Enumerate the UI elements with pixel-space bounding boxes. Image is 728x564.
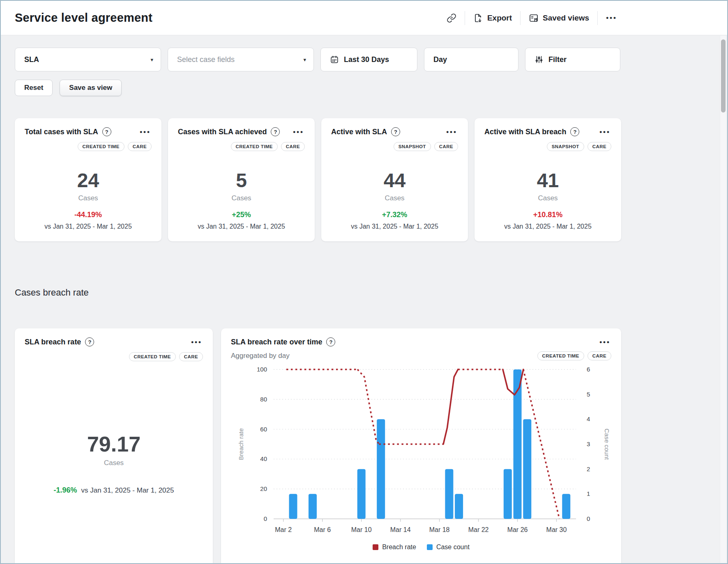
kpi-unit: Cases [25,194,152,202]
kpi-value: 24 [25,169,152,192]
badge-created-time: CREATED TIME [537,351,584,360]
kpi-value: 44 [331,169,458,192]
page-header: Service level agreement [1,1,727,35]
kpi-comparison: vs Jan 31, 2025 - Mar 1, 2025 [331,223,458,230]
legend-item-case-count[interactable]: Case count [427,543,470,551]
breach-rate-row: SLA breach rate ? ••• CREATED TIME CARE … [15,328,621,564]
divider [597,11,598,25]
chevron-down-icon: ▾ [303,57,306,63]
kpi-comparison: vs Jan 31, 2025 - Mar 1, 2025 [178,223,305,230]
card-title: Active with SLA breach [484,128,566,136]
scrollbar-track[interactable] [720,36,726,563]
breach-rate-change: -1.96% [54,486,77,495]
app-window: Service level agreement [0,0,728,564]
card-title: SLA breach rate over time [231,338,322,346]
svg-text:Case count: Case count [604,429,611,460]
case-fields-dropdown[interactable]: Select case fields ▾ [168,48,314,71]
svg-text:Mar 22: Mar 22 [468,526,489,533]
kpi-unit: Cases [484,194,611,202]
sla-breach-rate-card: SLA breach rate ? ••• CREATED TIME CARE … [15,328,213,564]
saved-views-label: Saved views [543,14,589,23]
card-menu-button[interactable]: ••• [139,128,152,135]
ellipsis-icon: ••• [191,338,202,346]
saved-views-button[interactable]: Saved views [529,13,589,23]
card-menu-button[interactable]: ••• [190,339,203,346]
chevron-down-icon: ▾ [150,57,153,63]
dashboard-body: SLA ▾ Select case fields ▾ Last 30 Days … [1,35,621,564]
kpi-unit: Cases [178,194,305,202]
kpi-change: +7.32% [331,211,458,219]
legend-label: Case count [436,543,470,551]
kpi-change: +25% [178,211,305,219]
more-options-button[interactable]: ••• [606,14,617,21]
filter-bar: SLA ▾ Select case fields ▾ Last 30 Days … [15,48,621,71]
card-title: Total cases with SLA [25,128,98,136]
svg-text:Mar 6: Mar 6 [314,526,331,533]
card-menu-button[interactable]: ••• [445,128,458,135]
breach-rate-unit: Cases [25,459,203,467]
badge-care: CARE [179,352,203,361]
badge-care: CARE [128,142,152,151]
kpi-comparison: vs Jan 31, 2025 - Mar 1, 2025 [484,223,611,230]
date-range-button[interactable]: Last 30 Days [320,48,417,71]
ellipsis-icon: ••• [606,14,617,21]
card-menu-button[interactable]: ••• [599,128,611,135]
svg-text:Mar 10: Mar 10 [351,526,372,533]
kpi-value: 5 [178,169,305,192]
svg-text:Mar 14: Mar 14 [390,526,411,533]
svg-text:Mar 26: Mar 26 [507,526,528,533]
ellipsis-icon: ••• [293,128,304,136]
help-icon[interactable]: ? [85,337,94,346]
export-button[interactable]: Export [473,13,512,23]
granularity-button[interactable]: Day [424,48,518,71]
badge-created-time: CREATED TIME [129,352,176,361]
breach-rate-over-time-chart[interactable]: 0204060801000123456Mar 2Mar 6Mar 10Mar 1… [231,364,611,543]
svg-text:3: 3 [587,440,590,447]
card-title: Active with SLA [331,128,387,136]
breach-rate-comparison: vs Jan 31, 2025 - Mar 1, 2025 [81,486,174,495]
legend-label: Breach rate [382,543,416,551]
help-icon[interactable]: ? [391,127,400,136]
svg-text:0: 0 [264,515,267,522]
svg-text:1: 1 [587,490,590,497]
svg-text:100: 100 [257,366,267,373]
svg-text:20: 20 [260,485,267,492]
divider [520,11,521,25]
chart-legend: Breach rate Case count [231,543,611,551]
export-file-icon [473,13,483,23]
svg-text:5: 5 [587,391,590,398]
card-menu-button[interactable]: ••• [599,339,611,346]
view-actions: Reset Save as view [15,80,621,96]
export-label: Export [487,14,512,23]
dataset-dropdown-value: SLA [24,55,145,64]
saved-views-icon [529,13,539,23]
help-icon[interactable]: ? [326,337,335,346]
svg-text:Mar 2: Mar 2 [275,526,292,533]
kpi-card-active-with-sla-breach: Active with SLA breach ? ••• SNAPSHOT CA… [475,118,621,241]
filter-label: Filter [548,55,567,64]
badge-care: CARE [434,142,458,151]
badge-care: CARE [587,142,611,151]
badge-snapshot: SNAPSHOT [547,142,584,151]
help-icon[interactable]: ? [570,127,579,136]
dataset-dropdown[interactable]: SLA ▾ [15,48,161,71]
help-icon[interactable]: ? [102,127,111,136]
copy-link-button[interactable] [447,13,456,23]
kpi-cards-row: Total cases with SLA ? ••• CREATED TIME … [15,118,621,241]
save-as-view-button[interactable]: Save as view [60,80,122,96]
reset-button[interactable]: Reset [15,80,53,96]
legend-item-breach-rate[interactable]: Breach rate [373,543,416,551]
kpi-card-total-cases-with-sla: Total cases with SLA ? ••• CREATED TIME … [15,118,161,241]
sliders-icon [534,55,544,64]
scrollbar-thumb[interactable] [721,39,726,112]
card-menu-button[interactable]: ••• [292,128,305,135]
filter-button[interactable]: Filter [525,48,620,71]
help-icon[interactable]: ? [271,127,280,136]
ellipsis-icon: ••• [599,338,611,346]
svg-text:4: 4 [587,415,590,422]
kpi-value: 41 [484,169,611,192]
badge-care: CARE [281,142,305,151]
svg-text:2: 2 [587,465,590,472]
link-icon [447,13,456,23]
badge-created-time: CREATED TIME [231,142,278,151]
